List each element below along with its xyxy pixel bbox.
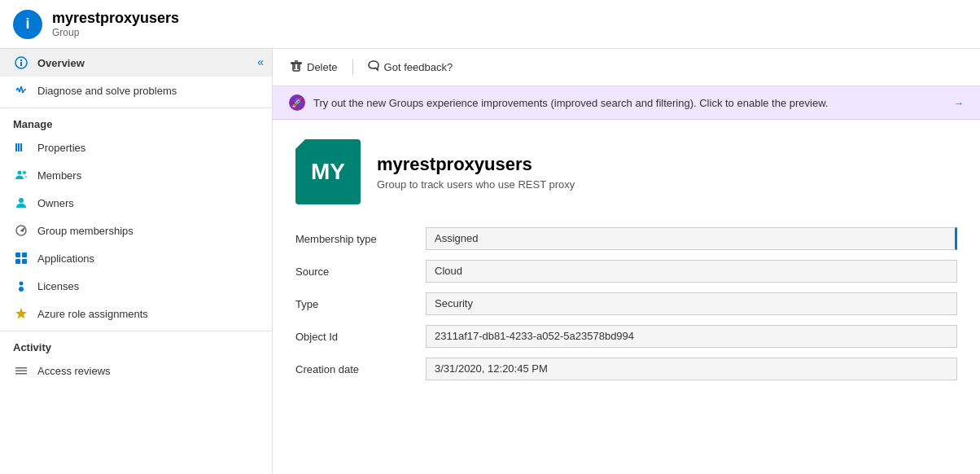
svg-line-7 xyxy=(23,90,24,93)
header-subtitle: Group xyxy=(52,27,179,38)
content-area: Delete Got feedback? 🚀 Try out the new G… xyxy=(273,49,980,474)
toolbar: Delete Got feedback? xyxy=(273,49,980,86)
svg-rect-1 xyxy=(20,62,22,66)
licenses-icon xyxy=(13,279,29,292)
prop-label-creation-date: Creation date xyxy=(295,363,426,375)
prop-row-type: Type Security xyxy=(295,292,957,315)
sidebar-section-manage: Manage xyxy=(0,108,272,134)
delete-button[interactable]: Delete xyxy=(289,57,339,77)
prop-row-creation-date: Creation date 3/31/2020, 12:20:45 PM xyxy=(295,358,957,380)
feedback-button[interactable]: Got feedback? xyxy=(366,57,455,77)
prop-value-creation-date: 3/31/2020, 12:20:45 PM xyxy=(426,358,957,380)
group-info: myrestproxyusers Group to track users wh… xyxy=(377,154,575,191)
svg-point-12 xyxy=(18,171,22,175)
sidebar-item-diagnose[interactable]: Diagnose and solve problems xyxy=(0,77,272,104)
properties-table: Membership type Assigned Source Cloud Ty… xyxy=(295,227,957,380)
sidebar-item-properties[interactable]: Properties xyxy=(0,134,272,161)
header-title: myrestproxyusers xyxy=(52,10,179,28)
svg-marker-22 xyxy=(15,308,27,319)
prop-label-type: Type xyxy=(295,298,426,310)
sidebar-label-members: Members xyxy=(37,169,81,182)
prop-value-object-id: 2311af17-db81-4233-a052-5a23578bd994 xyxy=(426,325,957,348)
svg-rect-2 xyxy=(20,59,22,61)
sidebar-collapse-button[interactable]: « xyxy=(257,55,264,68)
header-info: myrestproxyusers Group xyxy=(52,10,179,39)
svg-rect-11 xyxy=(20,143,22,151)
banner-rocket-icon: 🚀 xyxy=(289,94,305,111)
svg-point-14 xyxy=(19,198,24,203)
prop-row-object-id: Object Id 2311af17-db81-4233-a052-5a2357… xyxy=(295,325,957,348)
group-memberships-icon xyxy=(13,224,29,237)
main-layout: « Overview Diagnose and solve problems M… xyxy=(0,49,980,474)
sidebar-item-azure-roles[interactable]: Azure role assignments xyxy=(0,300,272,327)
feedback-label: Got feedback? xyxy=(384,61,453,73)
properties-icon xyxy=(13,141,29,154)
svg-line-6 xyxy=(21,86,23,93)
sidebar-item-licenses[interactable]: Licenses xyxy=(0,272,272,300)
sidebar-item-group-memberships[interactable]: Group memberships xyxy=(0,217,272,244)
feedback-icon xyxy=(368,60,379,74)
svg-rect-16 xyxy=(15,252,20,257)
delete-icon xyxy=(291,60,302,74)
sidebar-item-applications[interactable]: Applications xyxy=(0,244,272,272)
svg-rect-10 xyxy=(18,143,20,151)
delete-label: Delete xyxy=(307,61,338,73)
prop-row-source: Source Cloud xyxy=(295,260,957,283)
group-description: Group to track users who use REST proxy xyxy=(377,178,575,191)
prop-label-membership-type: Membership type xyxy=(295,233,426,245)
sidebar-label-access-reviews: Access reviews xyxy=(37,365,111,377)
sidebar-label-owners: Owners xyxy=(37,197,74,209)
prop-label-source: Source xyxy=(295,266,426,278)
group-header: MY myrestproxyusers Group to track users… xyxy=(295,139,957,204)
banner-arrow[interactable]: → xyxy=(953,97,964,109)
top-header: i myrestproxyusers Group xyxy=(0,0,980,49)
sidebar: « Overview Diagnose and solve problems M… xyxy=(0,49,273,474)
sidebar-label-azure-roles: Azure role assignments xyxy=(37,308,148,320)
sidebar-label-applications: Applications xyxy=(37,252,94,265)
svg-rect-24 xyxy=(15,371,27,372)
prop-row-membership-type: Membership type Assigned xyxy=(295,227,957,250)
sidebar-label-group-memberships: Group memberships xyxy=(37,225,133,237)
owners-icon xyxy=(13,196,29,209)
sidebar-label-diagnose: Diagnose and solve problems xyxy=(37,85,177,97)
header-group-icon: i xyxy=(13,10,42,39)
svg-rect-18 xyxy=(15,259,20,264)
sidebar-label-licenses: Licenses xyxy=(37,280,79,292)
sidebar-item-owners[interactable]: Owners xyxy=(0,189,272,217)
applications-icon xyxy=(13,252,29,265)
sidebar-label-overview: Overview xyxy=(37,57,85,69)
svg-rect-9 xyxy=(15,143,17,151)
sidebar-section-activity: Activity xyxy=(0,331,272,357)
prop-value-membership-type: Assigned xyxy=(426,227,957,250)
sidebar-item-members[interactable]: Members xyxy=(0,161,272,189)
sidebar-item-overview[interactable]: Overview xyxy=(0,49,272,77)
azure-roles-icon xyxy=(13,307,29,320)
svg-rect-21 xyxy=(19,287,24,292)
svg-point-20 xyxy=(20,282,24,286)
svg-rect-23 xyxy=(15,367,27,369)
group-name: myrestproxyusers xyxy=(377,154,575,175)
overview-icon xyxy=(13,56,29,69)
svg-rect-17 xyxy=(22,252,27,257)
access-reviews-icon xyxy=(13,364,29,377)
members-icon xyxy=(13,169,29,182)
preview-banner[interactable]: 🚀 Try out the new Groups experience impr… xyxy=(273,86,980,120)
prop-value-type: Security xyxy=(426,292,957,315)
svg-rect-19 xyxy=(22,259,27,264)
svg-rect-25 xyxy=(15,373,27,375)
overview-section: MY myrestproxyusers Group to track users… xyxy=(273,120,980,410)
prop-label-object-id: Object Id xyxy=(295,331,426,343)
prop-value-source: Cloud xyxy=(426,260,957,283)
banner-text: Try out the new Groups experience improv… xyxy=(313,97,828,109)
diagnose-icon xyxy=(13,84,29,97)
sidebar-label-properties: Properties xyxy=(37,142,85,154)
group-avatar: MY xyxy=(295,139,361,204)
sidebar-item-access-reviews[interactable]: Access reviews xyxy=(0,357,272,384)
toolbar-divider xyxy=(352,59,353,76)
svg-point-13 xyxy=(23,171,26,174)
